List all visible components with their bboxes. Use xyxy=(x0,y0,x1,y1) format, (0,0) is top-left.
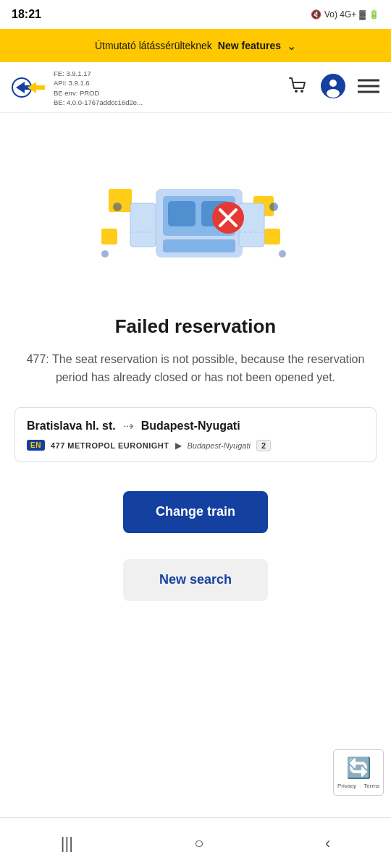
hamburger-icon xyxy=(358,78,379,94)
menu-button[interactable] xyxy=(358,78,379,97)
navbar-icons xyxy=(287,73,379,102)
error-message: 477: The seat reservation is not possibl… xyxy=(14,351,377,387)
new-features-link[interactable]: New features xyxy=(218,40,281,51)
separator: · xyxy=(359,783,361,789)
main-content: Failed reservation 477: The seat reserva… xyxy=(0,113,391,601)
svg-point-2 xyxy=(300,90,303,93)
error-title: Failed reservation xyxy=(115,315,277,338)
banner-text: Útmutató látássérülteknek xyxy=(95,40,212,51)
cart-button[interactable] xyxy=(287,75,308,100)
recaptcha-links: Privacy · Terms xyxy=(337,783,379,789)
new-search-button[interactable]: New search xyxy=(123,559,268,601)
cart-icon xyxy=(287,75,308,97)
user-button[interactable] xyxy=(320,73,346,102)
svg-point-23 xyxy=(269,203,278,211)
train-direction-icon: ▶ xyxy=(175,441,182,451)
status-icons: 🔇 Vo) 4G+ ▓ 🔋 xyxy=(311,9,379,20)
svg-rect-18 xyxy=(130,203,156,247)
status-bar: 18:21 🔇 Vo) 4G+ ▓ 🔋 xyxy=(0,0,391,29)
svg-point-22 xyxy=(113,203,122,211)
bottom-menu-button[interactable]: ||| xyxy=(61,834,73,853)
carriage-number: 2 xyxy=(256,440,271,451)
svg-rect-12 xyxy=(264,229,280,244)
train-destination: Budapest-Nyugati xyxy=(188,441,251,450)
origin-station: Bratislava hl. st. xyxy=(27,420,116,433)
train-info: EN 477 METROPOL EURONIGHT ▶ Budapest-Nyu… xyxy=(27,440,364,451)
svg-rect-16 xyxy=(168,201,196,226)
svg-point-5 xyxy=(327,89,340,98)
svg-rect-15 xyxy=(163,239,235,252)
euronight-badge: EN xyxy=(27,440,45,451)
network-label: Vo) 4G+ xyxy=(324,9,356,20)
svg-point-4 xyxy=(329,80,337,87)
user-icon xyxy=(320,73,346,99)
terms-link[interactable]: Terms xyxy=(363,783,379,789)
destination-station: Budapest-Nyugati xyxy=(141,420,240,433)
svg-point-24 xyxy=(101,250,109,258)
logo-container: FE: 3.9.1.17 API: 3.9.1.6 BE env: PROD B… xyxy=(12,67,278,107)
chevron-down-icon[interactable]: ⌄ xyxy=(287,39,296,53)
route-arrow-icon: ⇢ xyxy=(123,418,134,434)
train-name: 477 METROPOL EURONIGHT xyxy=(51,441,169,450)
svg-rect-11 xyxy=(101,229,117,244)
svg-point-25 xyxy=(279,250,286,258)
signal-icon: ▓ xyxy=(359,9,366,20)
journey-route: Bratislava hl. st. ⇢ Budapest-Nyugati xyxy=(27,418,364,434)
status-time: 18:21 xyxy=(12,8,41,21)
mav-logo-icon xyxy=(12,77,49,98)
change-train-button[interactable]: Change train xyxy=(123,491,268,533)
bottom-back-button[interactable]: ‹ xyxy=(325,834,330,853)
announcement-banner: Útmutató látássérülteknek New features ⌄ xyxy=(0,29,391,62)
mute-icon: 🔇 xyxy=(311,9,321,20)
bottom-home-button[interactable]: ○ xyxy=(194,834,203,853)
error-illustration xyxy=(87,142,304,301)
svg-rect-19 xyxy=(239,203,264,247)
battery-icon: 🔋 xyxy=(369,9,379,20)
logo[interactable]: FE: 3.9.1.17 API: 3.9.1.6 BE env: PROD B… xyxy=(12,67,278,107)
svg-point-1 xyxy=(295,90,298,93)
bottom-nav-bar: ||| ○ ‹ xyxy=(0,817,391,868)
privacy-link[interactable]: Privacy xyxy=(337,783,356,789)
reservation-error-svg xyxy=(87,149,304,294)
journey-card: Bratislava hl. st. ⇢ Budapest-Nyugati EN… xyxy=(14,407,377,462)
navbar: FE: 3.9.1.17 API: 3.9.1.6 BE env: PROD B… xyxy=(0,62,391,113)
recaptcha-icon: 🔄 xyxy=(346,756,371,780)
recaptcha-badge: 🔄 Privacy · Terms xyxy=(333,749,384,796)
version-info: FE: 3.9.1.17 API: 3.9.1.6 BE env: PROD B… xyxy=(54,69,143,107)
